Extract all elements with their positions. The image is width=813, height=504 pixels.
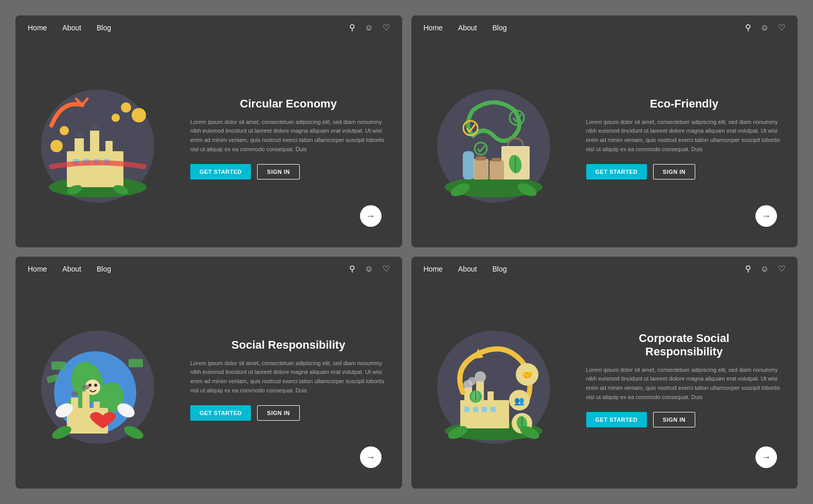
nav-links-2: Home About Blog xyxy=(424,24,745,32)
nav-icons-1: ⚲ ☺ ♡ xyxy=(349,23,389,32)
search-icon-2[interactable]: ⚲ xyxy=(745,23,751,32)
card-body-4: 🤝 👥 Corporate Social Responsibility Lore… xyxy=(411,281,798,489)
card-social-responsibility: Home About Blog ⚲ ☺ ♡ xyxy=(15,257,402,489)
arrow-icon-4: → xyxy=(762,452,771,463)
card-corporate-social-responsibility: Home About Blog ⚲ ☺ ♡ xyxy=(411,257,798,489)
user-icon-3[interactable]: ☺ xyxy=(365,264,373,274)
nav-about-3[interactable]: About xyxy=(62,265,81,273)
nav-links-3: Home About Blog xyxy=(28,265,349,273)
card-body-3: Social Responsibility Lorem ipsum dolor … xyxy=(15,281,402,489)
nav-blog-2[interactable]: Blog xyxy=(492,24,507,32)
illustration-area-4: 🤝 👥 xyxy=(417,286,571,478)
card-title-2: Eco-Friendly xyxy=(586,97,783,111)
btn-row-4: GET STARTED SIGN IN xyxy=(586,412,783,427)
content-area-4: Corporate Social Responsibility Lorem ip… xyxy=(576,286,788,478)
svg-rect-66 xyxy=(482,407,487,412)
svg-point-41 xyxy=(94,384,97,387)
nav-blog-4[interactable]: Blog xyxy=(492,265,507,273)
card-title-1: Circular Economy xyxy=(190,97,387,111)
arrow-icon-3: → xyxy=(366,452,375,463)
arrow-icon-1: → xyxy=(366,211,375,222)
content-area-3: Social Responsibility Lorem ipsum dolor … xyxy=(180,286,392,478)
svg-rect-65 xyxy=(473,407,478,412)
svg-text:👥: 👥 xyxy=(514,396,525,406)
svg-point-46 xyxy=(71,391,78,397)
nav-about-1[interactable]: About xyxy=(62,24,81,32)
nav-icons-4: ⚲ ☺ ♡ xyxy=(745,264,785,274)
svg-rect-51 xyxy=(129,359,143,367)
get-started-btn-1[interactable]: GET STARTED xyxy=(190,164,251,179)
card-body-2: Eco-Friendly Lorem ipsum dolor sit amet,… xyxy=(411,40,798,247)
svg-rect-27 xyxy=(473,159,489,179)
arrow-btn-2[interactable]: → xyxy=(755,205,777,227)
card-circular-economy: Home About Blog ⚲ ☺ ♡ xyxy=(15,15,402,247)
svg-rect-57 xyxy=(460,400,509,428)
svg-rect-3 xyxy=(75,138,84,156)
svg-rect-64 xyxy=(464,407,469,412)
search-icon-1[interactable]: ⚲ xyxy=(349,23,355,32)
svg-rect-5 xyxy=(105,141,113,156)
nav-home-3[interactable]: Home xyxy=(28,265,47,273)
card-text-1: Lorem ipsum dolor sit amet, consectetuer… xyxy=(190,118,387,154)
nav-about-2[interactable]: About xyxy=(458,24,477,32)
nav-home-4[interactable]: Home xyxy=(424,265,443,273)
user-icon-4[interactable]: ☺ xyxy=(761,264,769,274)
svg-rect-2 xyxy=(67,151,123,187)
card-text-4: Lorem ipsum dolor sit amet, consectetuer… xyxy=(586,366,783,402)
search-icon-3[interactable]: ⚲ xyxy=(349,264,355,274)
svg-point-6 xyxy=(75,132,83,138)
arrow-btn-1[interactable]: → xyxy=(360,205,382,227)
svg-rect-45 xyxy=(94,402,100,413)
btn-row-2: GET STARTED SIGN IN xyxy=(586,164,783,179)
card-title-3: Social Responsibility xyxy=(190,338,387,352)
eco-friendly-illustration xyxy=(432,79,555,203)
sign-in-btn-1[interactable]: SIGN IN xyxy=(257,164,299,179)
search-icon-4[interactable]: ⚲ xyxy=(745,264,751,274)
navbar-1: Home About Blog ⚲ ☺ ♡ xyxy=(15,15,402,40)
svg-point-14 xyxy=(112,114,120,122)
nav-blog-1[interactable]: Blog xyxy=(97,24,111,32)
svg-rect-28 xyxy=(476,156,486,160)
heart-icon-1[interactable]: ♡ xyxy=(383,23,390,32)
get-started-btn-2[interactable]: GET STARTED xyxy=(586,164,647,179)
csr-illustration: 🤝 👥 xyxy=(432,320,555,444)
card-body-1: Circular Economy Lorem ipsum dolor sit a… xyxy=(15,40,402,247)
svg-point-63 xyxy=(468,377,476,385)
nav-home-1[interactable]: Home xyxy=(28,24,47,32)
heart-icon-2[interactable]: ♡ xyxy=(778,23,785,32)
svg-rect-30 xyxy=(492,158,501,161)
heart-icon-3[interactable]: ♡ xyxy=(383,264,390,274)
arrow-btn-3[interactable]: → xyxy=(360,446,382,468)
svg-point-47 xyxy=(82,385,89,390)
nav-home-2[interactable]: Home xyxy=(424,24,443,32)
card-text-3: Lorem ipsum dolor sit amet, consectetuer… xyxy=(190,359,387,395)
sign-in-btn-2[interactable]: SIGN IN xyxy=(653,164,695,179)
nav-about-4[interactable]: About xyxy=(458,265,477,273)
btn-row-1: GET STARTED SIGN IN xyxy=(190,164,387,179)
nav-blog-3[interactable]: Blog xyxy=(97,265,111,273)
navbar-4: Home About Blog ⚲ ☺ ♡ xyxy=(411,257,798,281)
nav-icons-3: ⚲ ☺ ♡ xyxy=(349,264,389,274)
svg-rect-50 xyxy=(51,362,66,370)
svg-point-7 xyxy=(91,124,99,130)
nav-links-1: Home About Blog xyxy=(28,24,349,32)
navbar-2: Home About Blog ⚲ ☺ ♡ xyxy=(411,15,798,40)
circular-economy-illustration xyxy=(36,79,159,203)
svg-point-15 xyxy=(50,140,63,152)
get-started-btn-3[interactable]: GET STARTED xyxy=(190,405,251,421)
svg-point-12 xyxy=(132,108,146,122)
navbar-3: Home About Blog ⚲ ☺ ♡ xyxy=(15,257,402,281)
illustration-area-2 xyxy=(417,45,571,237)
svg-point-62 xyxy=(475,371,486,383)
user-icon-1[interactable]: ☺ xyxy=(365,23,373,32)
sign-in-btn-4[interactable]: SIGN IN xyxy=(653,412,695,427)
get-started-btn-4[interactable]: GET STARTED xyxy=(586,412,647,427)
user-icon-2[interactable]: ☺ xyxy=(761,23,769,32)
heart-icon-4[interactable]: ♡ xyxy=(778,264,785,274)
nav-icons-2: ⚲ ☺ ♡ xyxy=(745,23,785,32)
svg-point-13 xyxy=(121,102,131,113)
arrow-btn-4[interactable]: → xyxy=(755,446,777,468)
illustration-area-1 xyxy=(21,45,175,237)
arrow-icon-2: → xyxy=(762,211,771,222)
sign-in-btn-3[interactable]: SIGN IN xyxy=(257,405,299,421)
